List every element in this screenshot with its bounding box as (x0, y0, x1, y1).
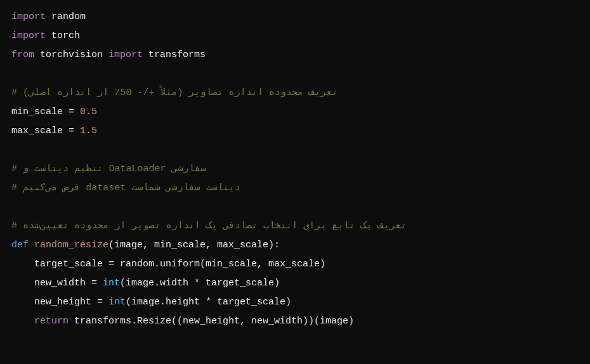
keyword-import: import (11, 30, 46, 41)
code-text: target_scale = random.uniform(min_scale,… (11, 259, 325, 270)
code-line-16: new_height = int(image.height * target_s… (11, 293, 579, 312)
code-text: (image.height * target_scale) (126, 297, 291, 308)
code-line-15: new_width = int(image.width * target_sca… (11, 274, 579, 293)
code-line-blank (11, 65, 579, 84)
code-line-6: min_scale = 0.5 (11, 103, 579, 122)
code-line-13: def random_resize(image, min_scale, max_… (11, 236, 579, 255)
import-name: transforms (148, 49, 206, 60)
number-literal: 0.5 (80, 107, 97, 117)
code-line-comment-1: # تعریف محدوده اندازه تصاویر (مثلاً +/- … (11, 84, 579, 103)
code-text: (image.width * target_scale) (120, 278, 280, 289)
comment-text: # تعریف محدوده اندازه تصاویر (مثلاً +/- … (11, 88, 338, 98)
code-line-blank (11, 198, 579, 217)
code-line-7: max_scale = 1.5 (11, 122, 579, 141)
operator: = (63, 126, 80, 136)
comment-text: # فرض می‌کنیم dataset دیتاست سفارشی شماس… (11, 183, 240, 193)
code-line-14: target_scale = random.uniform(min_scale,… (11, 255, 579, 274)
keyword-from: from (11, 49, 34, 60)
code-line-2: import torch (11, 27, 579, 46)
code-line-3: from torchvision import transforms (11, 46, 579, 65)
function-params: (image, min_scale, max_scale): (108, 240, 280, 250)
operator: = (63, 107, 80, 117)
function-name: random_resize (34, 240, 108, 250)
builtin-int: int (103, 278, 120, 289)
module-name: torch (51, 30, 80, 41)
code-line-17: return transforms.Resize((new_height, ne… (11, 312, 579, 331)
code-text: transforms.Resize((new_height, new_width… (69, 316, 354, 327)
keyword-import: import (108, 49, 143, 60)
number-literal: 1.5 (80, 126, 97, 136)
keyword-def: def (11, 240, 29, 250)
code-text: new_width = (11, 278, 103, 289)
builtin-int: int (108, 297, 126, 308)
code-line-comment-3: # فرض می‌کنیم dataset دیتاست سفارشی شماس… (11, 179, 579, 198)
code-line-1: import random (11, 8, 579, 27)
code-line-blank (11, 141, 579, 160)
code-line-comment-2: # تنظیم دیتاست و DataLoader سفارشی (11, 160, 579, 179)
module-name: torchvision (40, 49, 103, 60)
comment-text: # تنظیم دیتاست و DataLoader سفارشی (11, 164, 206, 174)
variable: min_scale (11, 107, 63, 117)
comment-text: # تعریف یک تابع برای انتخاب تصادفی یک ان… (11, 221, 407, 231)
keyword-import: import (11, 11, 46, 22)
variable: max_scale (11, 126, 63, 136)
code-block: import random import torch from torchvis… (11, 8, 579, 331)
module-name: random (51, 11, 86, 22)
code-line-comment-4: # تعریف یک تابع برای انتخاب تصادفی یک ان… (11, 217, 579, 236)
code-text: new_height = (11, 297, 108, 308)
keyword-return: return (34, 316, 69, 327)
